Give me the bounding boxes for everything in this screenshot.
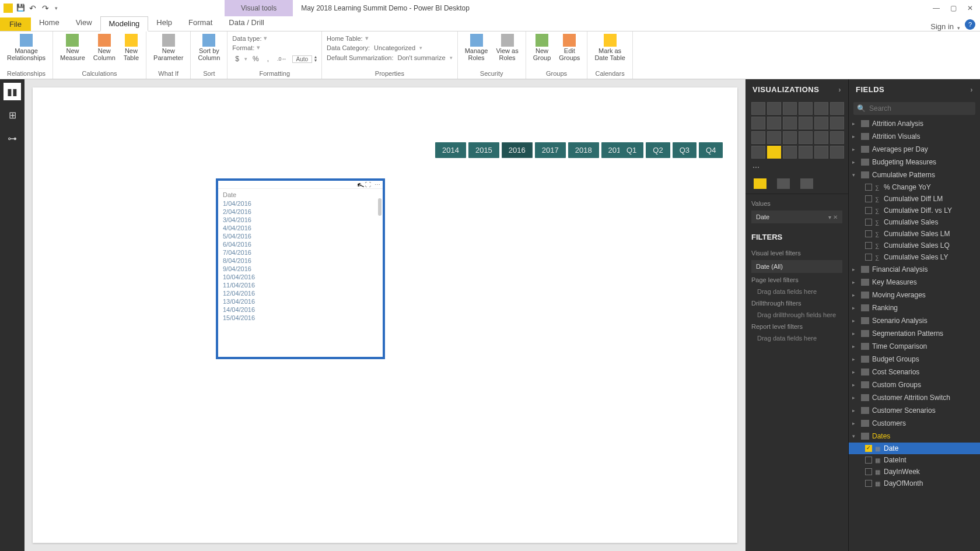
new-parameter-button[interactable]: New Parameter [151, 33, 186, 62]
data-category-value[interactable]: Uncategorized [372, 44, 417, 52]
new-column-button[interactable]: New Column [91, 33, 118, 62]
new-group-button[interactable]: New Group [531, 33, 554, 62]
table-row[interactable]: 12/04/2016 [223, 289, 378, 297]
table-row[interactable]: 3/04/2016 [223, 216, 378, 224]
checkbox[interactable] [865, 468, 872, 475]
quarter-button-q4[interactable]: Q4 [699, 142, 723, 158]
year-button-2018[interactable]: 2018 [568, 142, 599, 158]
expand-icon[interactable]: ▸ [852, 318, 858, 324]
table-budget-groups[interactable]: ▸Budget Groups [849, 353, 980, 366]
visual-scrollbar[interactable] [378, 198, 382, 216]
table-moving-averages[interactable]: ▸Moving Averages [849, 289, 980, 301]
model-view-button[interactable]: ⊶ [4, 129, 21, 147]
viz-type-6[interactable] [751, 117, 765, 129]
quarter-button-q3[interactable]: Q3 [673, 142, 696, 158]
new-measure-button[interactable]: New Measure [58, 33, 88, 62]
viz-type-17[interactable] [830, 131, 844, 144]
expand-icon[interactable]: ▸ [852, 395, 858, 401]
viz-type-15[interactable] [799, 131, 813, 144]
table-cumulative-patterns[interactable]: ▾Cumulative Patterns [849, 169, 980, 181]
checkbox[interactable] [865, 195, 872, 202]
year-button-2014[interactable]: 2014 [435, 142, 466, 158]
tab-datadrill[interactable]: Data / Drill [220, 16, 272, 31]
table-row[interactable]: 2/04/2016 [223, 208, 378, 216]
viz-collapse-icon[interactable]: › [838, 85, 841, 94]
viz-type-22[interactable] [814, 146, 828, 159]
file-tab[interactable]: File [0, 17, 31, 31]
checkbox[interactable] [865, 457, 872, 464]
viz-type-8[interactable] [783, 117, 797, 129]
year-button-2015[interactable]: 2015 [468, 142, 499, 158]
expand-icon[interactable]: ▸ [852, 420, 858, 426]
viz-type-5[interactable] [830, 102, 844, 115]
expand-icon[interactable]: ▸ [852, 331, 858, 336]
table-row[interactable]: 10/04/2016 [223, 273, 378, 281]
filter-date-all[interactable]: Date (All) [751, 260, 842, 273]
table-row[interactable]: 5/04/2016 [223, 232, 378, 240]
expand-icon[interactable]: ▸ [852, 159, 858, 165]
quarter-button-q1[interactable]: Q1 [620, 142, 643, 158]
manage-roles-button[interactable]: Manage Roles [463, 33, 491, 62]
analytics-mode-tab[interactable] [800, 178, 813, 189]
checkbox[interactable] [865, 445, 872, 452]
new-table-button[interactable]: New Table [121, 33, 141, 62]
undo-icon[interactable] [29, 3, 38, 13]
viz-type-14[interactable] [783, 131, 797, 144]
expand-icon[interactable]: ▸ [852, 382, 858, 388]
expand-icon[interactable]: ▸ [852, 343, 858, 349]
maximize-icon[interactable]: ▢ [950, 4, 957, 12]
expand-icon[interactable]: ▸ [852, 292, 858, 298]
table-attrition-analysis[interactable]: ▸Attrition Analysis [849, 117, 980, 130]
viz-type-13[interactable] [767, 131, 781, 144]
checkbox[interactable] [865, 254, 872, 261]
save-icon[interactable] [16, 3, 26, 13]
viz-type-4[interactable] [814, 102, 828, 115]
format-mode-tab[interactable] [777, 178, 790, 189]
sort-by-column-button[interactable]: Sort by Column [195, 33, 222, 62]
quarter-button-q2[interactable]: Q2 [646, 142, 670, 158]
expand-icon[interactable]: ▸ [852, 369, 858, 375]
field-cumulative-diff--vs-ly[interactable]: ∑Cumulative Diff. vs LY [849, 205, 980, 216]
viz-type-0[interactable] [751, 102, 765, 115]
fields-search[interactable]: 🔍 [853, 102, 975, 115]
table-time-comparison[interactable]: ▸Time Comparison [849, 340, 980, 353]
table-budgeting-measures[interactable]: ▸Budgeting Measures [849, 156, 980, 169]
visual-more-icon[interactable]: ⋯ [374, 181, 380, 188]
viz-more-icon[interactable]: ⋯ [746, 161, 848, 174]
table-row[interactable]: 11/04/2016 [223, 281, 378, 289]
viz-type-21[interactable] [799, 146, 813, 159]
table-dates[interactable]: ▾Dates [849, 430, 980, 443]
viz-type-3[interactable] [799, 102, 813, 115]
minimize-icon[interactable]: — [933, 4, 940, 12]
field---change-yoy[interactable]: ∑% Change YoY [849, 181, 980, 193]
tab-format[interactable]: Format [180, 16, 220, 31]
year-button-2017[interactable]: 2017 [535, 142, 566, 158]
table-segmentation-patterns[interactable]: ▸Segmentation Patterns [849, 327, 980, 340]
expand-icon[interactable]: ▸ [852, 279, 858, 285]
field-dayinweek[interactable]: ▦DayInWeek [849, 466, 980, 478]
table-row[interactable]: 6/04/2016 [223, 240, 378, 248]
table-scenario-analysis[interactable]: ▸Scenario Analysis [849, 314, 980, 327]
redo-icon[interactable] [42, 3, 51, 13]
checkbox[interactable] [865, 184, 872, 191]
decimals-auto[interactable]: Auto [292, 55, 313, 63]
expand-icon[interactable]: ▸ [852, 356, 858, 362]
table-row[interactable]: 1/04/2016 [223, 199, 378, 208]
viz-type-23[interactable] [830, 146, 844, 159]
viz-type-9[interactable] [799, 117, 813, 129]
table-row[interactable]: 4/04/2016 [223, 224, 378, 232]
signin-chevron-icon[interactable]: ▾ [957, 25, 960, 31]
field-dateint[interactable]: ▦DateInt [849, 454, 980, 466]
thousands-button[interactable]: , [264, 54, 272, 64]
viz-type-20[interactable] [783, 146, 797, 159]
table-attrition-visuals[interactable]: ▸Attrition Visuals [849, 130, 980, 143]
drillthrough-drop[interactable]: Drag drillthrough fields here [751, 309, 842, 321]
table-visual[interactable]: ▱ ⛶ ⋯ Date 1/04/20162/04/20163/04/20164/… [216, 178, 385, 359]
tab-home[interactable]: Home [31, 16, 68, 31]
sign-in-link[interactable]: Sign in [930, 22, 957, 31]
field-dayofmonth[interactable]: ▦DayOfMonth [849, 478, 980, 489]
field-cumulative-diff-lm[interactable]: ∑Cumulative Diff LM [849, 193, 980, 205]
fields-collapse-icon[interactable]: › [970, 85, 973, 94]
field-cumulative-sales-lq[interactable]: ∑Cumulative Sales LQ [849, 240, 980, 251]
table-customer-attrition-switch[interactable]: ▸Customer Attrition Switch [849, 391, 980, 404]
